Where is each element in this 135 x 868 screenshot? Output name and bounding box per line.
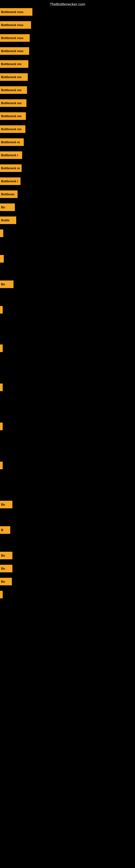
bar-item: Bo bbox=[0, 204, 15, 211]
bar-label: Bottleneck resu bbox=[1, 50, 24, 53]
bar-item: Bottleneck resu bbox=[0, 47, 29, 55]
bar-item: Bottleneck re bbox=[0, 164, 21, 172]
bar-label: Bottleneck res bbox=[1, 62, 21, 66]
bar-label: B bbox=[1, 528, 3, 532]
bar-label: Bottleneck resu bbox=[1, 23, 24, 27]
bar-label: Bottleneck res bbox=[1, 88, 21, 92]
bar-item: Bottleneck r bbox=[0, 177, 20, 185]
bar-label: Bottleneck re bbox=[1, 166, 20, 170]
bar-label: Bo bbox=[1, 554, 5, 557]
bar-item: Bo bbox=[0, 565, 12, 572]
bar-item: Bottleneck res bbox=[0, 86, 27, 94]
bar-item bbox=[0, 306, 3, 314]
bar-label: Bottleneck r bbox=[1, 154, 18, 157]
bar-item: Bottleneck resu bbox=[0, 21, 31, 29]
bar-item: Bottleneck resu bbox=[0, 34, 30, 42]
bar-label: Bottlenec bbox=[1, 193, 14, 196]
site-title: TheBottlenecker.com bbox=[50, 2, 85, 6]
bar-label: Bottleneck res bbox=[1, 75, 21, 79]
bar-item: Bottleneck res bbox=[0, 99, 27, 107]
bar-item: Bottleneck res bbox=[0, 73, 28, 81]
bar-item bbox=[0, 255, 4, 262]
bar-item bbox=[0, 591, 3, 598]
bar-label: Bottleneck resu bbox=[1, 10, 24, 13]
bar-label: Bo bbox=[1, 503, 5, 506]
bar-item: Bo bbox=[0, 552, 12, 559]
bar-label: Bottleneck r bbox=[1, 180, 18, 183]
bar-label: Bottle bbox=[1, 219, 9, 222]
bar-label: Bottleneck res bbox=[1, 127, 21, 131]
bar-item: Bottleneck r bbox=[0, 151, 22, 159]
bar-item: Bottleneck res bbox=[0, 60, 28, 68]
bar-item bbox=[0, 344, 3, 352]
bar-label: Bo bbox=[1, 206, 5, 209]
bar-item: Bo bbox=[0, 501, 12, 508]
bar-item: Bottle bbox=[0, 216, 16, 224]
bar-item: Bottleneck res bbox=[0, 125, 26, 133]
bar-item bbox=[0, 423, 3, 430]
bar-item bbox=[0, 229, 3, 237]
bar-label: Bo bbox=[1, 283, 5, 286]
bar-label: Bottleneck re bbox=[1, 141, 20, 144]
bar-item: Bottleneck resu bbox=[0, 8, 32, 16]
bar-item: Bottleneck res bbox=[0, 112, 26, 120]
bar-item: Bottleneck re bbox=[0, 138, 24, 146]
bar-label: Bo bbox=[1, 567, 5, 570]
bar-item: Bo bbox=[0, 578, 12, 585]
bar-label: Bottleneck resu bbox=[1, 36, 24, 40]
bar-item: B bbox=[0, 526, 10, 534]
bar-label: Bo bbox=[1, 580, 5, 583]
bar-item bbox=[0, 462, 3, 469]
bar-item bbox=[0, 383, 3, 391]
bar-label: Bottleneck res bbox=[1, 101, 21, 105]
bar-label: Bottleneck res bbox=[1, 115, 21, 118]
bar-item: Bo bbox=[0, 280, 13, 288]
bar-item: Bottlenec bbox=[0, 190, 17, 198]
